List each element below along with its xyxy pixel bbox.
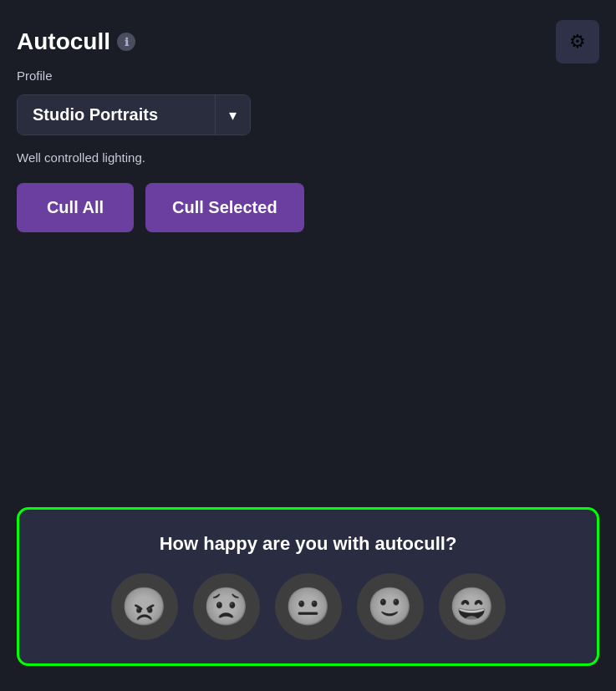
cull-buttons: Cull All Cull Selected: [17, 183, 599, 232]
gear-icon: ⚙: [569, 31, 586, 53]
emoji-very-happy[interactable]: 😄: [439, 573, 506, 640]
feedback-question: How happy are you with autocull?: [160, 533, 457, 555]
dropdown-arrow-icon[interactable]: ▾: [215, 95, 250, 135]
profile-dropdown[interactable]: Studio Portraits ▾: [17, 94, 251, 135]
emoji-row: 😠 😟 😐 🙂 😄: [111, 573, 506, 640]
cull-selected-button[interactable]: Cull Selected: [145, 183, 304, 232]
feedback-card: How happy are you with autocull? 😠 😟 😐 🙂…: [17, 507, 599, 666]
emoji-happy[interactable]: 🙂: [357, 573, 424, 640]
profile-name: Studio Portraits: [18, 95, 215, 135]
settings-button[interactable]: ⚙: [556, 20, 599, 64]
title-area: Autocull ℹ: [17, 28, 135, 55]
emoji-neutral[interactable]: 😐: [275, 573, 342, 640]
profile-description: Well controlled lighting.: [17, 150, 599, 165]
emoji-very-unhappy[interactable]: 😠: [111, 573, 178, 640]
app-title: Autocull: [17, 28, 110, 55]
info-icon[interactable]: ℹ: [117, 33, 135, 51]
emoji-unhappy[interactable]: 😟: [193, 573, 260, 640]
profile-label: Profile: [17, 69, 599, 83]
cull-all-button[interactable]: Cull All: [17, 183, 134, 232]
header-row: Autocull ℹ ⚙: [17, 20, 599, 64]
